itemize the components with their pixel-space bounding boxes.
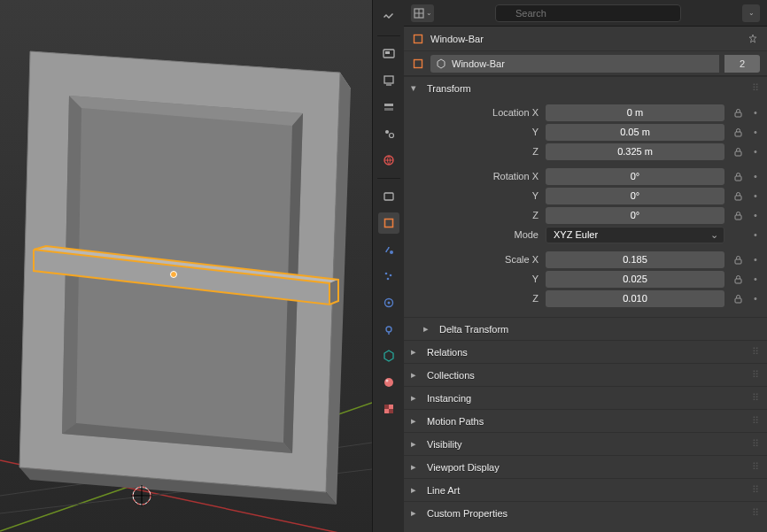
editor-type-selector[interactable]: ⌄ [411,4,434,22]
pin-button[interactable] [746,32,760,46]
chevron-down-icon: ▾ [411,82,423,94]
drag-grip-icon[interactable]: ⠿ [752,484,760,496]
tab-viewlayer-icon[interactable] [378,96,399,118]
section-visibility-header[interactable]: ▸ Visibility ⠿ [404,432,767,455]
tab-object-icon[interactable] [378,212,399,234]
lock-icon[interactable] [730,251,746,267]
svg-rect-50 [735,259,741,264]
animate-button[interactable]: • [751,190,760,201]
tab-collection-icon[interactable] [378,186,399,207]
rotation-x-field[interactable]: 0° [546,168,724,185]
tab-tool-icon[interactable] [378,7,399,28]
lock-icon[interactable] [730,271,746,287]
section-title: Line Art [427,485,460,496]
tab-world-icon[interactable] [378,150,399,171]
lock-icon[interactable] [730,207,746,223]
lock-icon[interactable] [730,188,746,204]
object-icon [411,57,425,71]
datablock-name-input[interactable] [452,58,714,69]
location-z-field[interactable]: 0.325 m [546,143,724,160]
svg-rect-47 [735,176,741,181]
lock-icon[interactable] [730,290,746,306]
chevron-right-icon: ▸ [411,369,423,381]
animate-button[interactable]: • [751,171,760,181]
svg-point-29 [384,273,387,275]
section-title: Visibility [427,439,462,450]
animate-button[interactable]: • [751,254,760,265]
lock-icon[interactable] [730,143,746,159]
tab-output-icon[interactable] [378,70,399,91]
scale-x-field[interactable]: 0.185 [546,251,724,268]
location-y-label: Y [411,127,540,137]
lock-icon[interactable] [730,104,746,120]
animate-button[interactable]: • [751,107,760,118]
section-relations-header[interactable]: ▸ Relations ⠿ [404,340,767,363]
section-instancing-header[interactable]: ▸ Instancing ⠿ [404,386,767,409]
animate-button[interactable]: • [751,293,760,304]
section-title: Custom Properties [427,508,507,519]
location-x-field[interactable]: 0 m [546,104,724,121]
scale-z-field[interactable]: 0.010 [546,290,724,307]
tab-render-icon[interactable] [378,43,399,65]
drag-grip-icon[interactable]: ⠿ [752,461,760,473]
tab-material-icon[interactable] [378,372,399,393]
search-input[interactable] [495,4,681,22]
chevron-right-icon: ▸ [411,484,423,496]
section-motion-paths-header[interactable]: ▸ Motion Paths ⠿ [404,409,767,432]
drag-grip-icon[interactable]: ⠿ [752,369,760,381]
drag-grip-icon[interactable]: ⠿ [752,438,760,450]
animate-button[interactable]: • [751,146,760,157]
svg-rect-19 [385,51,390,54]
lock-icon[interactable] [730,124,746,140]
datablock-users[interactable]: 2 [724,55,760,73]
tab-particles-icon[interactable] [378,266,399,287]
viewport-3d[interactable] [0,0,372,532]
tab-data-icon[interactable] [378,345,399,366]
rotation-z-field[interactable]: 0° [546,207,724,224]
section-title: Transform [427,83,471,94]
drag-grip-icon[interactable]: ⠿ [752,507,760,519]
tab-modifiers-icon[interactable] [378,239,399,260]
drag-grip-icon[interactable]: ⠿ [752,346,760,358]
svg-point-28 [390,251,393,254]
section-custom-properties-header[interactable]: ▸ Custom Properties ⠿ [404,501,767,524]
tab-scene-icon[interactable] [378,123,399,144]
mesh-icon [436,58,446,69]
svg-rect-51 [735,279,741,283]
chevron-right-icon: ▸ [411,415,423,427]
scale-y-field[interactable]: 0.025 [546,271,724,288]
properties-header: ⌄ ⌄ [404,0,767,27]
tab-separator [377,35,400,36]
tab-constraints-icon[interactable] [378,319,399,340]
tab-separator [377,178,400,179]
drag-grip-icon[interactable]: ⠿ [752,82,760,94]
animate-button[interactable]: • [751,229,760,240]
animate-button[interactable]: • [751,274,760,284]
rotation-mode-select[interactable]: XYZ Euler [546,227,724,243]
animate-button[interactable]: • [751,210,760,220]
section-viewport-display-header[interactable]: ▸ Viewport Display ⠿ [404,455,767,478]
rotation-z-label: Z [411,210,540,220]
tab-physics-icon[interactable] [378,292,399,313]
drag-grip-icon[interactable]: ⠿ [752,415,760,427]
svg-point-30 [389,274,391,277]
drag-grip-icon[interactable]: ⠿ [752,392,760,404]
svg-rect-22 [384,108,393,111]
origin-dot [171,272,177,278]
datablock-name-field[interactable] [430,55,719,73]
animate-button[interactable]: • [751,127,760,137]
svg-rect-52 [735,298,741,303]
section-collections-header[interactable]: ▸ Collections ⠿ [404,363,767,386]
tab-texture-icon[interactable] [378,398,399,420]
lock-icon[interactable] [730,168,746,184]
svg-point-23 [385,130,389,134]
location-y-field[interactable]: 0.05 m [546,124,724,141]
svg-rect-43 [414,59,422,67]
section-transform-header[interactable]: ▾ Transform ⠿ [404,76,767,99]
options-button[interactable]: ⌄ [742,4,760,22]
rotation-y-field[interactable]: 0° [546,188,724,204]
section-title: Viewport Display [427,462,500,473]
svg-rect-26 [384,193,393,200]
section-line-art-header[interactable]: ▸ Line Art ⠿ [404,478,767,501]
section-delta-transform-header[interactable]: ▸ Delta Transform [404,317,767,340]
